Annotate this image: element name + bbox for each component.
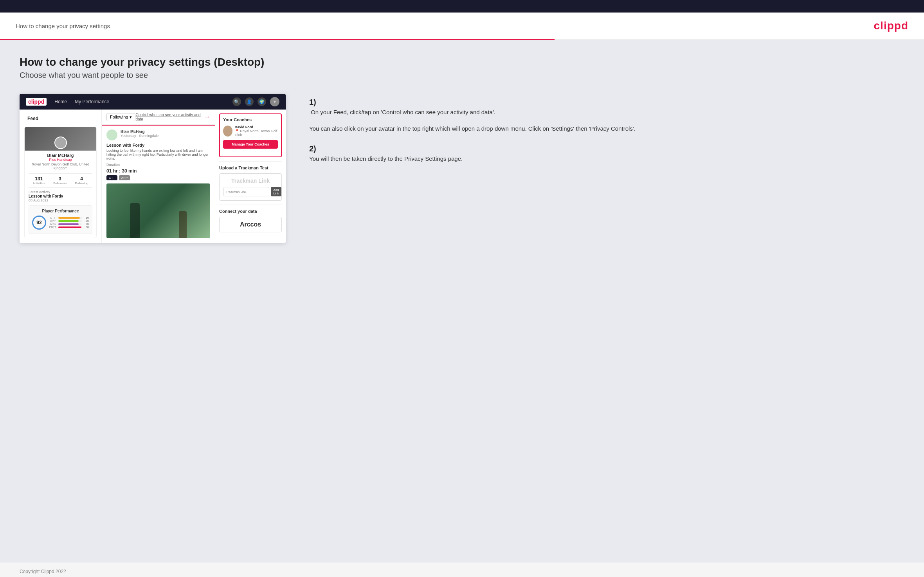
page-title: How to change your privacy settings (Des…: [20, 56, 904, 68]
quality-score: 92: [32, 216, 46, 230]
coaches-section: Your Coaches David Ford 📍 Royal North De…: [223, 117, 278, 149]
arccos-box: Arccos: [219, 217, 282, 232]
following-label: Following: [110, 115, 128, 119]
bar-arg-value: 86: [83, 223, 89, 225]
post-avatar: [106, 129, 117, 140]
bar-ott-track: [58, 217, 82, 219]
trackman-title: Upload a Trackman Test: [219, 165, 282, 170]
user-name: Blair McHarg: [29, 153, 92, 158]
stat-followers: 3 Followers: [53, 176, 67, 185]
globe-icon[interactable]: 🌍: [258, 97, 266, 106]
app-navbar: clippd Home My Performance 🔍 👤 🌍 ▼: [20, 94, 286, 110]
bar-ott-value: 90: [83, 216, 89, 219]
user-icon[interactable]: 👤: [245, 97, 254, 106]
post-body: Looking to feel like my hands are exitin…: [106, 149, 210, 160]
control-link[interactable]: Control who can see your activity and da…: [135, 113, 202, 121]
post-tags: OTT APP: [106, 175, 210, 180]
bar-app-track: [58, 220, 82, 222]
instruction-step-2: 2) You will then be taken directly to th…: [309, 144, 904, 164]
bar-app: APP 85: [49, 219, 89, 222]
user-stats: 131 Activities 3 Followers 4 Following: [29, 173, 92, 188]
connect-section: Connect your data Arccos: [219, 209, 282, 232]
header: How to change your privacy settings clip…: [0, 13, 924, 39]
trackman-input-row: Add Link: [223, 187, 277, 196]
tag-ott: OTT: [106, 175, 117, 180]
bar-app-fill: [58, 220, 79, 222]
activities-label: Activities: [33, 182, 45, 185]
chevron-down-icon: ▾: [130, 115, 132, 120]
user-avatar: [54, 137, 67, 149]
latest-activity-date: 03 Aug 2022: [29, 198, 92, 202]
avatar-icon[interactable]: ▼: [270, 97, 279, 106]
bar-arg-label: ARG: [49, 223, 57, 225]
app-middle-header: Following ▾ Control who can see your act…: [102, 110, 215, 125]
post-card: Blair McHarg Yesterday · Sunningdale Les…: [102, 126, 215, 242]
location-icon: 📍: [235, 129, 239, 133]
step2-num: 2): [309, 144, 316, 153]
step1-main-text: On your Feed, click/tap on 'Control who …: [309, 108, 904, 117]
header-title: How to change your privacy settings: [16, 23, 110, 29]
trackman-add-button[interactable]: Add Link: [271, 187, 281, 196]
step2-main-text: You will then be taken directly to the P…: [309, 154, 904, 164]
latest-activity-label: Latest Activity: [29, 190, 92, 194]
bar-putt-value: 96: [83, 226, 89, 228]
quality-row: 92 OTT 90: [32, 216, 89, 230]
connect-title: Connect your data: [219, 209, 282, 214]
stat-following: 4 Following: [75, 176, 88, 185]
coaches-highlight-box: Your Coaches David Ford 📍 Royal North De…: [219, 113, 282, 157]
bar-ott: OTT 90: [49, 216, 89, 219]
latest-activity-name: Lesson with Fordy: [29, 194, 92, 198]
feed-tab[interactable]: Feed: [24, 114, 97, 123]
user-avatar-area: [25, 127, 96, 151]
activities-count: 131: [33, 176, 45, 182]
post-location: Yesterday · Sunningdale: [121, 134, 159, 138]
golfer-area: [106, 183, 210, 238]
coach-item: David Ford 📍 Royal North Devon Golf Club: [223, 125, 278, 137]
red-arrow-icon: →: [204, 113, 210, 120]
instruction-step-1: 1) On your Feed, click/tap on 'Control w…: [309, 98, 904, 133]
player-perf-title: Player Performance: [32, 209, 89, 213]
user-card: Blair McHarg Plus Handicap Royal North D…: [24, 127, 97, 238]
bar-arg: ARG 86: [49, 223, 89, 225]
bar-putt: PUTT 96: [49, 226, 89, 228]
post-duration-label: Duration: [106, 163, 210, 167]
followers-label: Followers: [53, 182, 67, 185]
copyright: Copyright Clippd 2022: [20, 569, 66, 574]
page-subtitle: Choose what you want people to see: [20, 71, 904, 80]
coach-avatar: [223, 126, 232, 137]
section-divider-2: [219, 205, 282, 205]
coaches-section-title: Your Coaches: [223, 117, 278, 122]
trackman-input[interactable]: [223, 187, 269, 196]
instructions-panel: 1) On your Feed, click/tap on 'Control w…: [301, 94, 904, 174]
app-body: Feed Blair McHarg Plus Handicap Royal No…: [20, 110, 286, 243]
logo: clippd: [874, 20, 908, 32]
following-button[interactable]: Following ▾: [106, 113, 135, 121]
post-header: Blair McHarg Yesterday · Sunningdale: [106, 129, 210, 140]
golfer-1: [130, 203, 140, 238]
nav-home[interactable]: Home: [54, 99, 67, 104]
following-count: 4: [75, 176, 88, 182]
nav-my-performance[interactable]: My Performance: [75, 99, 109, 104]
user-club: Royal North Devon Golf Club, United King…: [29, 162, 92, 170]
content-row: clippd Home My Performance 🔍 👤 🌍 ▼ Feed: [20, 94, 904, 243]
app-screenshot: clippd Home My Performance 🔍 👤 🌍 ▼ Feed: [20, 94, 286, 243]
post-author-name: Blair McHarg: [121, 129, 159, 134]
top-bar: [0, 0, 924, 13]
step1-extra-text: You can also click on your avatar in the…: [309, 124, 904, 133]
search-icon[interactable]: 🔍: [232, 97, 241, 106]
trackman-placeholder: Trackman Link: [223, 178, 277, 184]
following-label: Following: [75, 182, 88, 185]
step1-text-content: On your Feed, click/tap on 'Control who …: [309, 109, 495, 115]
bar-arg-fill: [58, 223, 79, 225]
coach-club-text: Royal North Devon Golf Club: [235, 129, 277, 137]
app-nav-icons: 🔍 👤 🌍 ▼: [232, 97, 279, 106]
bar-arg-track: [58, 223, 82, 225]
bar-app-label: APP: [49, 219, 57, 222]
coach-meta: David Ford 📍 Royal North Devon Golf Club: [235, 125, 278, 137]
main-content: How to change your privacy settings (Des…: [0, 40, 924, 563]
manage-coaches-button[interactable]: Manage Your Coaches: [223, 140, 278, 149]
app-logo: clippd: [26, 98, 47, 106]
quality-bars: OTT 90 APP: [49, 216, 89, 229]
app-right-panel: Your Coaches David Ford 📍 Royal North De…: [215, 110, 286, 243]
trackman-section: Upload a Trackman Test Trackman Link Add…: [219, 165, 282, 201]
